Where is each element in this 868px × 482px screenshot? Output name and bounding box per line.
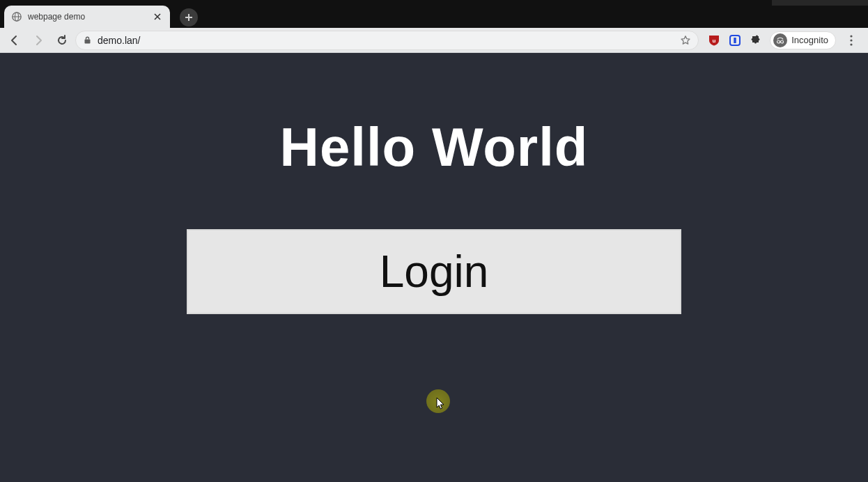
browser-tab[interactable]: webpage demo	[4, 6, 170, 28]
bookmark-star-icon[interactable]	[680, 35, 691, 46]
incognito-chip[interactable]: Incognito	[770, 31, 836, 49]
extensions-puzzle-icon[interactable]	[749, 33, 763, 47]
url-text: demo.lan/	[98, 35, 674, 46]
svg-point-20	[850, 39, 852, 41]
login-button[interactable]: Login	[187, 229, 681, 314]
tab-title: webpage demo	[28, 12, 146, 22]
tab-strip: webpage demo	[0, 6, 868, 28]
browser-menu-button[interactable]	[843, 35, 860, 46]
tab-close-button[interactable]	[152, 11, 163, 22]
window-titlebar	[0, 0, 868, 6]
svg-text:u: u	[713, 37, 716, 43]
svg-point-21	[850, 43, 852, 45]
svg-rect-15	[734, 38, 736, 43]
svg-point-19	[850, 35, 852, 37]
toolbar-right-icons: u Incognito	[702, 31, 864, 49]
ublock-extension-icon[interactable]: u	[707, 33, 721, 47]
back-button[interactable]	[4, 30, 25, 51]
lock-icon	[83, 36, 92, 45]
globe-icon	[11, 11, 22, 22]
svg-rect-12	[85, 40, 91, 44]
svg-point-16	[777, 40, 780, 43]
reload-button[interactable]	[52, 30, 72, 51]
page-viewport: Hello World Login	[0, 53, 868, 482]
cursor-arrow-icon	[436, 397, 446, 412]
page-heading: Hello World	[0, 53, 868, 179]
incognito-label: Incognito	[791, 35, 828, 45]
forward-button[interactable]	[28, 30, 49, 51]
incognito-icon	[773, 33, 787, 47]
extension-icon[interactable]	[728, 33, 742, 47]
address-bar[interactable]: demo.lan/	[75, 31, 699, 50]
browser-toolbar: demo.lan/ u Incognito	[0, 28, 868, 53]
new-tab-button[interactable]	[180, 8, 198, 26]
svg-point-17	[781, 40, 784, 43]
